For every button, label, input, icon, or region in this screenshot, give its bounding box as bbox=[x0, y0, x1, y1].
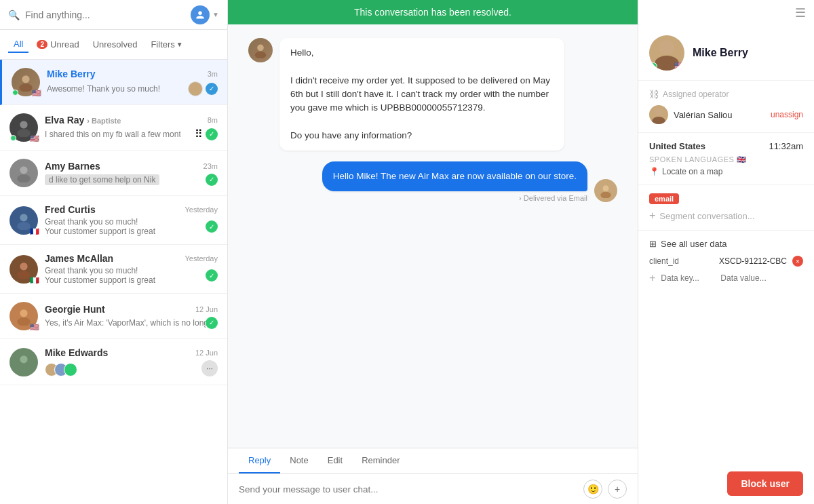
assigned-row: Valérian Saliou unassign bbox=[649, 105, 803, 124]
assigned-label: Assigned operator bbox=[663, 90, 729, 99]
link-icon: ⛓ bbox=[649, 89, 659, 100]
conv-item-james-mcallan[interactable]: 🇮🇹 James McAllan Yesterday Great thank y… bbox=[0, 245, 227, 294]
assigned-avatar bbox=[649, 105, 668, 124]
conv-item-mike-edwards[interactable]: Mike Edwards 12 Jun ··· bbox=[0, 339, 227, 385]
conv-content: Fred Curtis Yesterday Great thank you so… bbox=[45, 204, 218, 236]
more-options-button[interactable]: ··· bbox=[201, 360, 218, 376]
conv-name: Georgie Hunt bbox=[45, 304, 105, 315]
add-data-row: + bbox=[649, 272, 803, 284]
check-icon: ✓ bbox=[206, 128, 218, 140]
conv-header: Elva Ray › Baptiste 8m bbox=[45, 115, 218, 125]
reply-input[interactable] bbox=[239, 484, 578, 495]
conv-time: Yesterday bbox=[185, 206, 218, 214]
search-input[interactable] bbox=[25, 9, 185, 20]
svg-point-15 bbox=[255, 52, 267, 58]
conv-item-fred-curtis[interactable]: 🇫🇷 Fred Curtis Yesterday Great thank you… bbox=[0, 196, 227, 245]
avatar-wrap: 🇮🇹 bbox=[9, 255, 38, 284]
conv-header: Fred Curtis Yesterday bbox=[45, 204, 218, 215]
svg-point-2 bbox=[20, 121, 27, 128]
avatar bbox=[9, 348, 38, 376]
tab-unresolved[interactable]: Unresolved bbox=[88, 37, 143, 52]
conv-header: Amy Barnes 23m bbox=[45, 161, 218, 172]
conv-item-bottom: d like to get some help on Nik ✓ bbox=[45, 174, 218, 186]
tab-filters[interactable]: Filters ▼ bbox=[145, 37, 188, 52]
svg-point-21 bbox=[652, 117, 665, 124]
tab-reply[interactable]: Reply bbox=[239, 448, 280, 473]
delete-data-button[interactable]: × bbox=[792, 256, 803, 267]
tab-unread[interactable]: 2 Unread bbox=[31, 37, 84, 52]
sidebar: 🔍 ▼ All 2 Unread Unresolved Filters ▼ bbox=[0, 0, 228, 504]
data-key-input[interactable] bbox=[661, 273, 715, 283]
chat-input-area: Reply Note Edit Reminder 🙂 + bbox=[228, 448, 638, 504]
conv-item-bottom: Awesome! Thank you so much! ✓ bbox=[47, 81, 218, 96]
svg-point-13 bbox=[17, 364, 31, 372]
unassign-button[interactable]: unassign bbox=[771, 110, 803, 119]
conv-header: Mike Berry 3m bbox=[47, 69, 218, 79]
grid-icon: ⊞ bbox=[649, 239, 657, 249]
emoji-button[interactable]: 🙂 bbox=[583, 480, 602, 499]
spoken-lang-label: SPOKEN LANGUAGES 🇬🇧 bbox=[649, 155, 803, 164]
panel-menu-icon[interactable]: ☰ bbox=[795, 5, 806, 20]
tab-reminder[interactable]: Reminder bbox=[352, 448, 409, 473]
online-indicator bbox=[10, 135, 16, 141]
outgoing-content: Hello Mike! The new Air Max are now avai… bbox=[322, 161, 587, 202]
conv-content: Amy Barnes 23m d like to get some help o… bbox=[45, 161, 218, 186]
data-key: client_id bbox=[649, 256, 714, 266]
conv-name: Mike Edwards bbox=[45, 347, 108, 358]
tab-all[interactable]: All bbox=[8, 36, 28, 53]
conv-preview: Yes, it's Air Max: 'VaporMax', which is … bbox=[45, 318, 206, 328]
data-value-input[interactable] bbox=[720, 273, 814, 283]
block-user-button[interactable]: Block user bbox=[727, 471, 803, 496]
profile-avatar: 🇺🇸 bbox=[649, 35, 684, 71]
conv-time: 3m bbox=[208, 70, 218, 78]
conversation-list: 🇺🇸 Mike Berry 3m Awesome! Thank you so m… bbox=[0, 60, 227, 504]
flag-icon: 🇺🇸 bbox=[30, 323, 39, 332]
conv-header: James McAllan Yesterday bbox=[45, 253, 218, 264]
check-icon: ✓ bbox=[206, 174, 218, 186]
tab-edit[interactable]: Edit bbox=[318, 448, 352, 473]
tab-note[interactable]: Note bbox=[280, 448, 317, 473]
delivered-label[interactable]: › Delivered via Email bbox=[519, 194, 587, 202]
conv-name: Mike Berry bbox=[47, 69, 96, 79]
online-indicator bbox=[12, 90, 18, 96]
chat-messages: Hello,I didn't receive my order yet. It … bbox=[228, 24, 638, 448]
check-icon: ✓ bbox=[206, 220, 218, 233]
conv-item-bottom: Great thank you so much!Your customer su… bbox=[45, 217, 218, 236]
conv-preview: Great thank you so much!Your customer su… bbox=[45, 266, 155, 285]
avatar bbox=[9, 159, 38, 187]
flag-icon: 🇺🇸 bbox=[32, 89, 41, 98]
user-icon[interactable] bbox=[191, 5, 210, 24]
conv-name: James McAllan bbox=[45, 253, 113, 264]
locate-on-map-link[interactable]: 📍 Locate on a map bbox=[649, 167, 803, 176]
tag-email[interactable]: email bbox=[649, 193, 679, 204]
conv-content: Mike Berry 3m Awesome! Thank you so much… bbox=[47, 69, 218, 96]
user-caret-icon: ▼ bbox=[212, 11, 219, 18]
message-bubble-outgoing: Hello Mike! The new Air Max are now avai… bbox=[322, 161, 587, 191]
conv-header: Mike Edwards 12 Jun bbox=[45, 347, 218, 358]
flag-icon: 🇺🇸 bbox=[30, 134, 39, 143]
pin-icon: 📍 bbox=[649, 167, 659, 176]
svg-point-3 bbox=[17, 129, 31, 137]
assigned-section: ⛓ Assigned operator Valérian Saliou unas… bbox=[638, 81, 814, 133]
svg-point-0 bbox=[22, 75, 29, 83]
conv-item-mike-berry[interactable]: 🇺🇸 Mike Berry 3m Awesome! Thank you so m… bbox=[0, 60, 227, 105]
svg-point-1 bbox=[19, 83, 33, 92]
segment-input[interactable]: + Segment conversation... bbox=[649, 210, 803, 222]
local-time: 11:32am bbox=[769, 141, 803, 151]
assigned-name: Valérian Saliou bbox=[674, 110, 765, 120]
see-all-link[interactable]: ⊞ See all user data bbox=[649, 239, 803, 249]
add-plus-icon: + bbox=[649, 272, 655, 284]
tags-row: email bbox=[649, 193, 803, 204]
data-row-client-id: client_id XSCD-91212-CBC × bbox=[649, 256, 803, 267]
avatar-wrap: 🇺🇸 bbox=[12, 68, 40, 96]
conv-preview: Awesome! Thank you so much! bbox=[47, 84, 160, 94]
conv-item-elva-ray[interactable]: 🇺🇸 Elva Ray › Baptiste 8m I shared this … bbox=[0, 105, 227, 151]
attach-button[interactable]: + bbox=[608, 480, 627, 499]
user-data-section: ⊞ See all user data client_id XSCD-91212… bbox=[638, 231, 814, 292]
conv-item-georgie-hunt[interactable]: 🇺🇸 Georgie Hunt 12 Jun Yes, it's Air Max… bbox=[0, 294, 227, 339]
conv-item-amy-barnes[interactable]: Amy Barnes 23m d like to get some help o… bbox=[0, 151, 227, 196]
reply-tabs: Reply Note Edit Reminder bbox=[228, 448, 638, 474]
conv-time: 12 Jun bbox=[195, 349, 218, 357]
conv-name: Fred Curtis bbox=[45, 204, 96, 215]
svg-point-11 bbox=[17, 317, 31, 326]
